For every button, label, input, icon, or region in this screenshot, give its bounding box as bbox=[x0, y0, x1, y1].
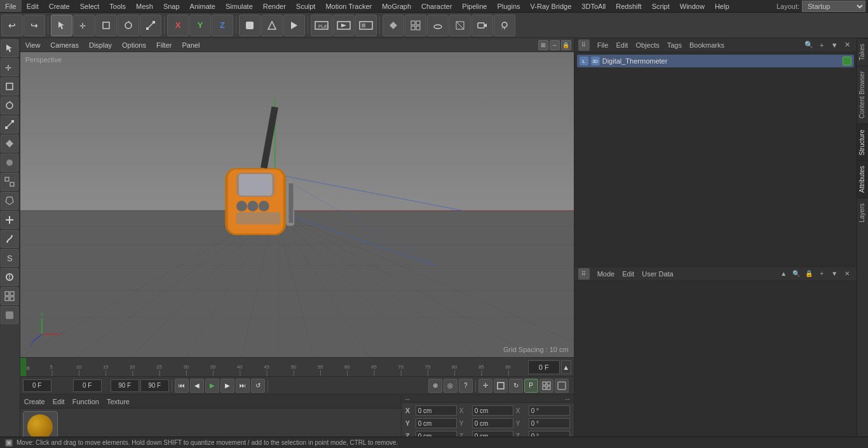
coord-y-rot[interactable] bbox=[529, 418, 570, 428]
obj-mgr-bookmarks[interactable]: Bookmarks bbox=[689, 41, 724, 49]
playback-record[interactable]: ⊕ bbox=[428, 379, 442, 393]
light-button[interactable] bbox=[494, 15, 515, 36]
material-function-menu[interactable]: Function bbox=[72, 398, 99, 405]
attr-userdata-menu[interactable]: User Data bbox=[642, 270, 674, 278]
menu-mograph[interactable]: MoGraph bbox=[377, 0, 416, 12]
obj-arrow-btn[interactable]: ▼ bbox=[829, 39, 840, 51]
viewport-menu-filter[interactable]: Filter bbox=[151, 38, 177, 51]
coord-x-pos[interactable] bbox=[416, 405, 457, 416]
material-texture-menu[interactable]: Texture bbox=[107, 398, 130, 405]
playback-next-frame[interactable]: ▶ bbox=[220, 379, 234, 393]
menu-sculpt[interactable]: Sculpt bbox=[291, 0, 321, 12]
viewport-resize-button[interactable]: ⊞ bbox=[538, 40, 548, 50]
menu-snap[interactable]: Snap bbox=[158, 0, 185, 12]
viewport-menu-options[interactable]: Options bbox=[117, 38, 151, 51]
playback-play[interactable]: ▶ bbox=[205, 379, 219, 393]
obj-mgr-file[interactable]: File bbox=[597, 41, 609, 49]
menu-window[interactable]: Window bbox=[675, 0, 710, 12]
move-tool-button[interactable]: ✛ bbox=[73, 15, 95, 36]
playback-to-end[interactable]: ⏭ bbox=[236, 379, 250, 393]
material-edit-menu[interactable]: Edit bbox=[53, 398, 65, 405]
x-axis-button[interactable]: X bbox=[167, 15, 189, 36]
viewport-lock-button[interactable]: 🔒 bbox=[561, 40, 571, 50]
viewport-menu-view[interactable]: View bbox=[20, 38, 46, 51]
y-axis-button[interactable]: Y bbox=[189, 15, 211, 36]
attr-close-btn[interactable]: ✕ bbox=[841, 268, 853, 280]
playback-move2[interactable]: ✛ bbox=[478, 379, 492, 393]
menu-script[interactable]: Script bbox=[647, 0, 675, 12]
floor-button[interactable] bbox=[427, 15, 449, 36]
undo-button[interactable]: ↩ bbox=[1, 15, 23, 36]
vtab-attributes[interactable]: Attributes bbox=[857, 160, 868, 198]
playback-cube2[interactable] bbox=[494, 379, 508, 393]
left-tool-6[interactable] bbox=[1, 135, 18, 153]
vtab-takes[interactable]: Takes bbox=[857, 38, 868, 65]
playback-current-frame[interactable] bbox=[73, 379, 102, 392]
viewport[interactable]: View Cameras Display Options Filter Pane… bbox=[20, 38, 574, 357]
vtab-structure[interactable]: Structure bbox=[857, 124, 868, 161]
menu-create[interactable]: Create bbox=[44, 0, 75, 12]
left-tool-9[interactable] bbox=[1, 192, 18, 210]
grid-view-button[interactable] bbox=[405, 15, 426, 36]
playback-grid2[interactable] bbox=[539, 379, 553, 393]
coord-y-size[interactable] bbox=[472, 418, 513, 428]
attr-mode-menu[interactable]: Mode bbox=[597, 270, 615, 278]
menu-edit[interactable]: Edit bbox=[22, 0, 44, 12]
left-tool-11[interactable] bbox=[1, 230, 18, 248]
attr-up-btn[interactable]: ▲ bbox=[778, 268, 789, 280]
vtab-content-browser[interactable]: Content Browser bbox=[857, 65, 868, 123]
menu-pipeline[interactable]: Pipeline bbox=[457, 0, 492, 12]
playback-render2[interactable] bbox=[555, 379, 569, 393]
cube-tool-button[interactable] bbox=[95, 15, 117, 36]
material-button[interactable] bbox=[449, 15, 471, 36]
menu-select[interactable]: Select bbox=[75, 0, 105, 12]
left-tool-14[interactable] bbox=[1, 287, 18, 305]
render-region-button[interactable]: PLAY bbox=[311, 15, 332, 36]
attr-arrow-btn[interactable]: ▼ bbox=[829, 268, 840, 280]
rotate-tool-button[interactable] bbox=[118, 15, 139, 36]
menu-file[interactable]: File bbox=[0, 0, 22, 12]
playback-rotate2[interactable]: ↻ bbox=[509, 379, 523, 393]
playback-start-frame[interactable] bbox=[23, 379, 51, 392]
object-mode-button[interactable] bbox=[239, 15, 261, 36]
obj-search-btn[interactable]: 🔍 bbox=[803, 39, 815, 51]
redo-button[interactable]: ↪ bbox=[24, 15, 45, 36]
coord-x-rot[interactable] bbox=[529, 405, 570, 416]
playback-record-mark[interactable]: ◎ bbox=[444, 379, 458, 393]
menu-vray[interactable]: V-Ray Bridge bbox=[526, 0, 577, 12]
menu-plugins[interactable]: Plugins bbox=[492, 0, 525, 12]
left-tool-13[interactable] bbox=[1, 268, 18, 286]
playback-loop[interactable]: ↺ bbox=[251, 379, 265, 393]
menu-render[interactable]: Render bbox=[258, 0, 291, 12]
layout-select[interactable]: Startup bbox=[802, 1, 865, 12]
attr-lock-btn[interactable]: 🔒 bbox=[803, 268, 815, 280]
scale-tool-button[interactable] bbox=[140, 15, 161, 36]
left-tool-7[interactable] bbox=[1, 154, 18, 172]
playback-help[interactable]: ? bbox=[459, 379, 473, 393]
left-tool-12[interactable]: S bbox=[1, 249, 18, 267]
viewport-menu-panel[interactable]: Panel bbox=[177, 38, 205, 51]
timeline-frame-up[interactable]: ▲ bbox=[561, 360, 571, 374]
left-tool-1[interactable] bbox=[1, 39, 18, 57]
menu-tools[interactable]: Tools bbox=[104, 0, 131, 12]
menu-character[interactable]: Character bbox=[416, 0, 457, 12]
interactive-render-button[interactable] bbox=[355, 15, 377, 36]
obj-close-btn[interactable]: ✕ bbox=[841, 39, 853, 51]
left-tool-15[interactable] bbox=[1, 306, 18, 324]
3d-view-button[interactable] bbox=[383, 15, 404, 36]
point-mode-button[interactable] bbox=[261, 15, 283, 36]
attr-edit-menu[interactable]: Edit bbox=[622, 270, 634, 278]
timeline-ruler[interactable]: 0 5 10 15 20 25 30 35 40 bbox=[25, 358, 526, 376]
playback-p-btn[interactable]: P bbox=[524, 379, 538, 393]
select-tool-button[interactable] bbox=[51, 15, 72, 36]
viewport-menu-cameras[interactable]: Cameras bbox=[45, 38, 84, 51]
viewport-menu-display[interactable]: Display bbox=[84, 38, 117, 51]
attr-plus-btn[interactable]: + bbox=[816, 268, 827, 280]
menu-mesh[interactable]: Mesh bbox=[131, 0, 158, 12]
obj-plus-btn[interactable]: + bbox=[816, 39, 827, 51]
coord-x-size[interactable] bbox=[472, 405, 513, 416]
object-visibility-toggle[interactable] bbox=[843, 57, 851, 65]
menu-redshift[interactable]: Redshift bbox=[611, 0, 646, 12]
render-to-po-button[interactable] bbox=[333, 15, 355, 36]
left-tool-8[interactable] bbox=[1, 173, 18, 191]
